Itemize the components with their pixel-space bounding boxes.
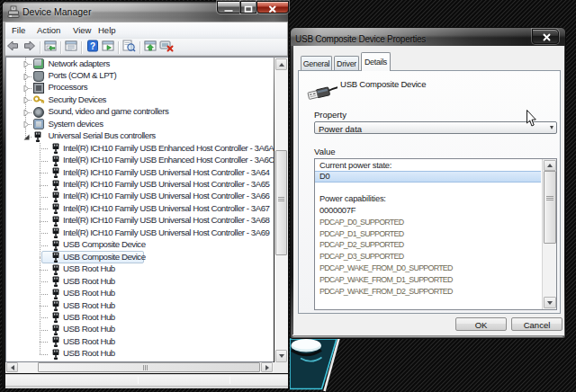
svg-text:?: ? — [89, 41, 94, 51]
